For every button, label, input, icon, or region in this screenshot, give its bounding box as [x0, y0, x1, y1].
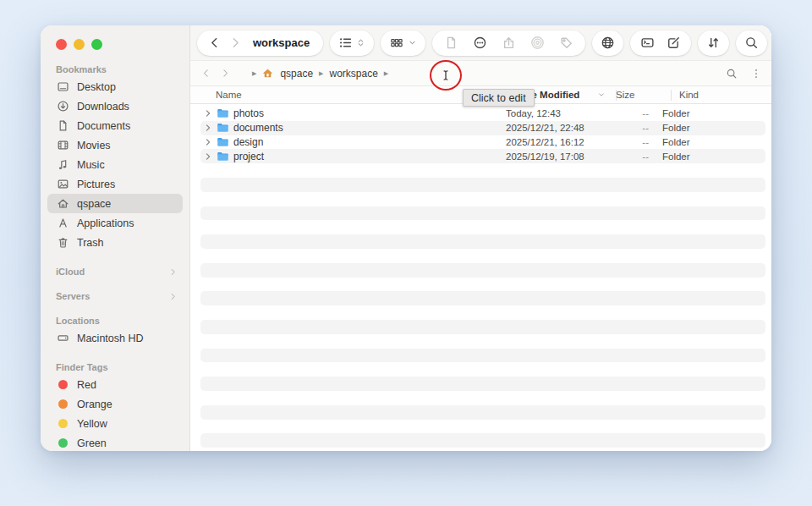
- sidebar-item-music[interactable]: Music: [47, 155, 183, 174]
- section-title: iCloud: [56, 267, 85, 277]
- sort-direction-icon: [597, 91, 606, 99]
- empty-row: [200, 305, 765, 320]
- back-icon[interactable]: [207, 36, 222, 50]
- more-vertical-icon[interactable]: [750, 68, 761, 79]
- sidebar-item-yellow[interactable]: Yellow: [47, 414, 183, 433]
- empty-row: [200, 405, 765, 420]
- sidebar-item-pictures[interactable]: Pictures: [47, 174, 183, 194]
- sidebar-item-green[interactable]: Green: [47, 433, 183, 451]
- sidebar-item-desktop[interactable]: Desktop: [47, 77, 183, 96]
- file-row-photos[interactable]: photosToday, 12:43--Folder: [200, 107, 765, 121]
- empty-row: [200, 263, 765, 278]
- green-tag-dot-icon: [58, 438, 68, 448]
- folder-icon: [217, 123, 229, 133]
- file-kind: Folder: [661, 151, 765, 162]
- column-divider[interactable]: [671, 90, 672, 101]
- sidebar-section-icloud[interactable]: iCloud: [56, 267, 178, 277]
- file-row-documents[interactable]: documents2025/12/21, 22:48--Folder: [200, 121, 765, 135]
- sidebar-item-red[interactable]: Red: [47, 375, 183, 394]
- column-header-kind[interactable]: Kind: [671, 90, 771, 100]
- sidebar-item-trash[interactable]: Trash: [47, 233, 183, 252]
- disclosure-chevron-icon[interactable]: [204, 152, 212, 161]
- path-bar: ▶ qspace ▶ workspace ▶: [190, 61, 771, 86]
- file-date-modified: 2025/12/21, 16:12: [506, 137, 606, 147]
- sidebar-item-downloads[interactable]: Downloads: [47, 96, 183, 116]
- disclosure-chevron-icon[interactable]: [204, 138, 212, 146]
- sidebar-item-label: Pictures: [77, 179, 115, 190]
- breadcrumb-workspace[interactable]: workspace: [329, 68, 377, 80]
- sidebar-item-label: Trash: [77, 237, 104, 249]
- file-kind: Folder: [661, 137, 765, 147]
- disclosure-chevron-icon[interactable]: [204, 124, 212, 132]
- grid-view-button[interactable]: [381, 30, 425, 56]
- sidebar-item-documents[interactable]: Documents: [47, 116, 183, 135]
- file-list: photosToday, 12:43--Folderdocuments2025/…: [190, 104, 771, 451]
- toolbar: workspace: [190, 25, 771, 61]
- sidebar-section-bookmarks: Bookmarks: [56, 64, 178, 74]
- sidebar-item-orange[interactable]: Orange: [47, 394, 183, 414]
- sidebar: BookmarksDesktopDownloadsDocumentsMovies…: [41, 25, 190, 451]
- column-divider[interactable]: [616, 90, 617, 101]
- file-row-project[interactable]: project2025/12/19, 17:08--Folder: [200, 149, 765, 163]
- path-back-icon[interactable]: [200, 68, 211, 79]
- sidebar-item-label: Orange: [77, 399, 112, 410]
- sidebar-section-finder-tags: Finder Tags: [56, 362, 178, 372]
- chevron-right-icon[interactable]: [168, 292, 178, 301]
- red-circle-annotation: [430, 60, 462, 91]
- empty-row: [200, 178, 765, 192]
- path-search-icon[interactable]: [726, 68, 737, 79]
- empty-row: [200, 163, 765, 178]
- breadcrumb-qspace[interactable]: qspace: [280, 68, 313, 80]
- desktop-background: BookmarksDesktopDownloadsDocumentsMovies…: [0, 0, 812, 506]
- music-note-icon: [56, 158, 69, 172]
- picture-icon: [56, 178, 69, 191]
- grid-view-icon: [389, 36, 403, 50]
- home-icon[interactable]: [262, 68, 275, 79]
- file-manager-window: BookmarksDesktopDownloadsDocumentsMovies…: [41, 25, 771, 451]
- empty-row: [200, 234, 765, 249]
- sidebar-item-label: Downloads: [77, 101, 129, 113]
- orange-tag-dot-icon: [58, 399, 68, 409]
- download-circle-icon: [56, 100, 69, 113]
- column-header-size[interactable]: Size: [616, 90, 671, 100]
- sidebar-item-qspace[interactable]: qspace: [47, 194, 183, 213]
- sidebar-item-movies[interactable]: Movies: [47, 135, 183, 155]
- sidebar-item-label: Yellow: [77, 418, 107, 430]
- empty-row: [200, 220, 765, 234]
- sidebar-section-servers[interactable]: Servers: [56, 291, 178, 301]
- yellow-tag-dot-icon: [58, 419, 68, 428]
- sidebar-item-label: Green: [77, 437, 107, 449]
- sidebar-item-applications[interactable]: Applications: [47, 213, 183, 233]
- sort-chevrons-icon: [356, 36, 365, 50]
- disclosure-chevron-icon[interactable]: [204, 109, 212, 118]
- airdrop-icon: [530, 36, 545, 50]
- forward-icon[interactable]: [228, 36, 243, 50]
- empty-row: [200, 334, 765, 349]
- sort-arrows-icon: [706, 36, 721, 50]
- action-group-pill: [432, 30, 585, 56]
- globe-icon: [601, 36, 615, 50]
- sidebar-item-label: Documents: [77, 120, 130, 132]
- sidebar-item-label: Music: [77, 159, 105, 171]
- window-controls: [41, 25, 189, 50]
- empty-row: [200, 433, 765, 448]
- sidebar-item-macintosh-hd[interactable]: Macintosh HD: [47, 328, 183, 348]
- minimize-button[interactable]: [74, 39, 85, 50]
- terminal-icon[interactable]: [640, 36, 655, 50]
- network-button[interactable]: [592, 30, 623, 56]
- trash-icon: [56, 236, 69, 250]
- transfers-button[interactable]: [698, 30, 729, 56]
- list-view-button[interactable]: [330, 30, 374, 56]
- zoom-button[interactable]: [91, 39, 102, 50]
- compose-icon[interactable]: [667, 36, 681, 50]
- file-row-design[interactable]: design2025/12/21, 16:12--Folder: [200, 135, 765, 150]
- empty-row: [200, 249, 765, 263]
- hard-drive-icon: [56, 332, 69, 345]
- window-title: workspace: [250, 36, 313, 49]
- chevron-right-icon[interactable]: [168, 267, 178, 277]
- path-forward-icon[interactable]: [220, 68, 231, 79]
- search-icon: [744, 36, 759, 50]
- ellipsis-circle-icon[interactable]: [473, 36, 487, 50]
- close-button[interactable]: [56, 39, 67, 50]
- search-button[interactable]: [736, 30, 767, 56]
